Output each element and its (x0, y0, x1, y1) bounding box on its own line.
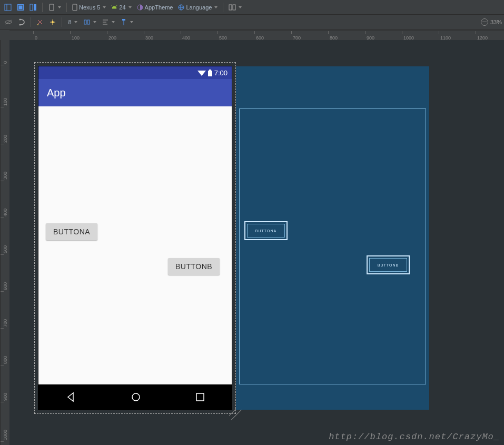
ruler-tick: 700 (1, 319, 4, 329)
app-bar: App (38, 79, 232, 106)
vertical-ruler: 01002003004005006007008009001000 (0, 40, 9, 445)
svg-rect-5 (34, 4, 36, 11)
blueprint-button-b[interactable]: BUTTONB (369, 258, 407, 272)
zoom-control[interactable]: 33% (481, 18, 502, 26)
svg-rect-4 (30, 4, 33, 11)
svg-rect-7 (73, 4, 77, 11)
svg-point-32 (132, 393, 140, 401)
zoom-label: 33% (490, 19, 502, 25)
blueprint-preview: BUTTONA BUTTONB (236, 66, 429, 410)
pack-dropdown[interactable] (81, 16, 98, 28)
ruler-tick: 100 (1, 98, 4, 107)
nav-back-icon[interactable] (66, 392, 76, 402)
design-button-b[interactable]: BUTTONB (168, 258, 220, 275)
clear-constraints-icon[interactable] (34, 16, 46, 28)
ruler-tick: 1000 (402, 31, 414, 34)
ruler-tick: 1200 (476, 31, 488, 34)
locale-label: Language (186, 4, 212, 11)
ruler-tick: 900 (365, 31, 374, 34)
ruler-tick: 800 (328, 31, 338, 34)
device-dropdown[interactable]: Nexus 5 (70, 2, 108, 13)
design-content-area[interactable]: BUTTONA BUTTONB (38, 106, 232, 384)
svg-rect-33 (196, 393, 204, 401)
svg-rect-31 (209, 70, 211, 71)
ruler-tick: 600 (1, 282, 4, 292)
svg-rect-23 (84, 20, 86, 24)
svg-point-16 (19, 24, 21, 25)
default-margin-value: 8 (68, 19, 71, 25)
ruler-tick: 900 (1, 393, 4, 402)
infer-constraints-icon[interactable] (47, 16, 58, 28)
separator (42, 3, 43, 12)
svg-rect-12 (229, 5, 232, 10)
toolbar-row-2: 8 33% (0, 15, 504, 29)
ruler-tick: 300 (144, 31, 153, 34)
design-surface-toggle-icon[interactable] (2, 2, 14, 13)
ruler-tick: 400 (1, 209, 4, 218)
navigation-bar (38, 384, 232, 410)
wifi-icon (197, 70, 206, 76)
theme-dropdown[interactable]: AppTheme (135, 2, 175, 13)
ruler-tick: 600 (254, 31, 264, 34)
battery-icon (208, 70, 212, 76)
svg-rect-24 (87, 20, 90, 24)
align-dropdown[interactable] (100, 16, 117, 28)
zoom-out-icon[interactable] (481, 18, 488, 26)
blueprint-button-a[interactable]: BUTTONA (247, 224, 285, 238)
svg-rect-0 (5, 4, 11, 11)
ruler-tick: 400 (181, 31, 190, 34)
ruler-tick: 200 (1, 135, 4, 144)
api-level-dropdown[interactable]: 24 (109, 2, 133, 13)
ruler-tick: 100 (70, 31, 80, 34)
theme-label: AppTheme (145, 4, 173, 11)
ruler-tick: 500 (218, 31, 227, 34)
ruler-tick: 1000 (1, 430, 4, 442)
ruler-tick: 300 (1, 172, 4, 181)
visibility-toggle-icon[interactable] (2, 16, 15, 28)
toolbar-row-1: Nexus 5 24 AppTheme Language (0, 0, 504, 15)
svg-point-19 (37, 24, 38, 25)
ruler-tick: 700 (291, 31, 301, 34)
api-label: 24 (119, 4, 125, 11)
blueprint-toggle-icon[interactable] (15, 2, 26, 13)
separator (223, 3, 223, 12)
both-surfaces-toggle-icon[interactable] (27, 2, 39, 13)
separator (66, 3, 67, 12)
device-label: Nexus 5 (79, 4, 100, 11)
svg-rect-30 (208, 71, 212, 76)
locale-dropdown[interactable]: Language (176, 2, 220, 13)
svg-rect-13 (233, 5, 235, 10)
ruler-tick: 500 (1, 245, 4, 255)
nav-home-icon[interactable] (131, 392, 141, 402)
status-time: 7:00 (214, 69, 228, 77)
resize-handle-icon[interactable] (230, 408, 241, 419)
ruler-tick: 1100 (439, 31, 451, 34)
orientation-dropdown[interactable] (46, 2, 63, 13)
watermark-text: http://blog.csdn.net/CrazyMo_ (329, 432, 500, 442)
design-preview: 7:00 App BUTTONA BUTTONB (38, 66, 232, 410)
svg-point-15 (19, 18, 21, 20)
svg-point-22 (52, 21, 54, 23)
app-title: App (47, 87, 66, 99)
ruler-tick: 200 (107, 31, 116, 34)
layout-variants-icon[interactable] (226, 2, 244, 13)
guidelines-dropdown[interactable] (118, 16, 135, 28)
nav-recent-icon[interactable] (195, 392, 205, 402)
design-canvas[interactable]: 7:00 App BUTTONA BUTTONB BUTTONA BUTTONB… (9, 40, 504, 445)
separator (31, 17, 31, 27)
separator (62, 17, 62, 27)
horizontal-ruler: 0100200300400500600700800900100011001200 (9, 31, 504, 40)
default-margin-dropdown[interactable]: 8 (65, 16, 80, 28)
ruler-tick: 800 (1, 356, 4, 365)
svg-rect-6 (50, 4, 54, 11)
autoconnect-icon[interactable] (16, 16, 27, 28)
ruler-tick: 0 (33, 31, 37, 34)
svg-rect-29 (122, 19, 125, 21)
ruler-tick: 0 (1, 61, 4, 65)
status-bar: 7:00 (38, 66, 232, 79)
design-button-a[interactable]: BUTTONA (46, 223, 97, 240)
blueprint-root-outline[interactable]: BUTTONA BUTTONB (239, 108, 426, 384)
